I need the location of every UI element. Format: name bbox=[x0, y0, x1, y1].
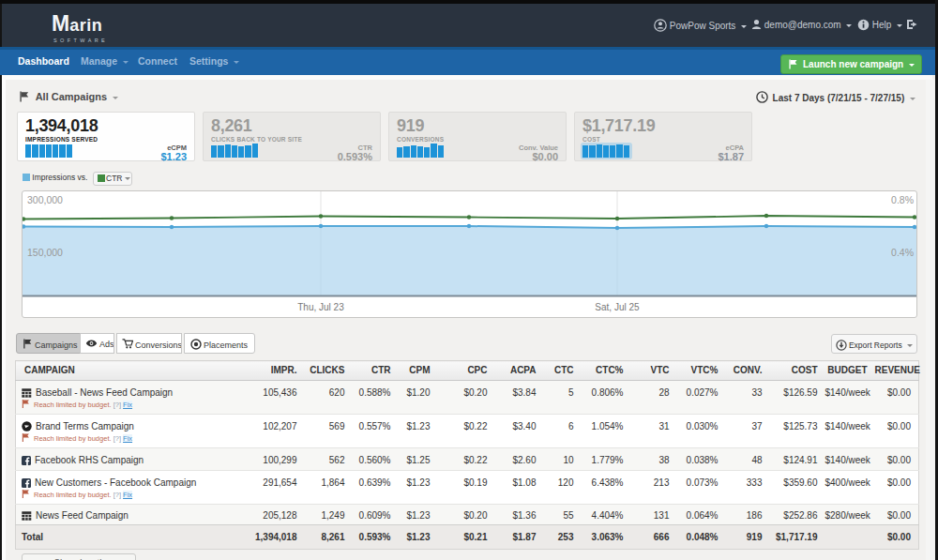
svg-text:0.4%: 0.4% bbox=[891, 247, 914, 258]
svg-text:0.8%: 0.8% bbox=[891, 194, 914, 205]
svg-text:Sat, Jul 25: Sat, Jul 25 bbox=[595, 302, 640, 312]
svg-text:150,000: 150,000 bbox=[27, 247, 63, 258]
svg-text:Thu, Jul 23: Thu, Jul 23 bbox=[297, 302, 344, 312]
svg-text:300,000: 300,000 bbox=[27, 194, 63, 205]
